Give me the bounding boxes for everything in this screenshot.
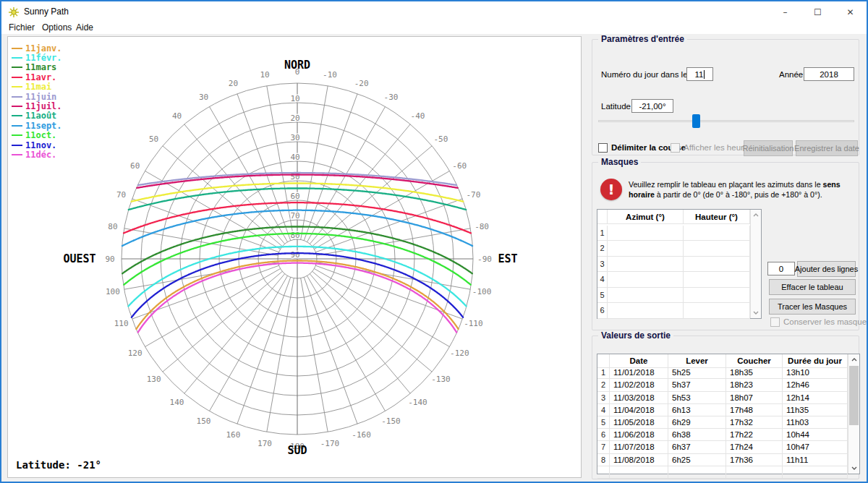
azimuth-tick-label: 140 bbox=[170, 398, 184, 407]
maximize-button[interactable]: ☐ bbox=[801, 1, 834, 22]
table-cell: 6h13 bbox=[668, 404, 726, 416]
masks-table[interactable]: Azimut (°)Hauteur (°)123456 bbox=[597, 209, 762, 319]
legend-label: 11mai bbox=[25, 82, 51, 92]
azimuth-tick-label: -90 bbox=[477, 255, 492, 264]
legend-item: 11nov. bbox=[12, 140, 62, 150]
table-cell: 3 bbox=[597, 392, 610, 404]
menu-bar: Fichier Options Aide bbox=[1, 22, 867, 34]
group-parametres: Paramètres d'entrée Numéro du jour dans … bbox=[592, 39, 859, 155]
table-cell: 5 bbox=[597, 416, 610, 429]
table-cell: 6h29 bbox=[668, 416, 726, 429]
scroll-up-icon[interactable] bbox=[848, 354, 859, 365]
output-table[interactable]: DateLeverCoucherDurée du jour111/01/2018… bbox=[597, 354, 860, 474]
table-cell: 11/07/2018 bbox=[610, 441, 668, 453]
table-cell: 2 bbox=[597, 379, 610, 391]
table-cell: 11h35 bbox=[783, 404, 848, 416]
keep-masks-label: Conserver les masques bbox=[783, 317, 868, 326]
group-parametres-title: Paramètres d'entrée bbox=[598, 34, 687, 44]
menu-fichier[interactable]: Fichier bbox=[9, 22, 35, 33]
legend-swatch bbox=[12, 57, 22, 59]
table-cell: 4 bbox=[597, 404, 610, 416]
table-cell bbox=[684, 303, 750, 319]
title-bar[interactable]: Sunny Path – ☐ ✕ bbox=[1, 1, 867, 22]
azimuth-tick-label: 160 bbox=[226, 430, 240, 440]
table-cell: 17h24 bbox=[726, 441, 783, 453]
warning-text: Veuillez remplir le tableau en plaçant l… bbox=[629, 179, 856, 200]
table-cell: 11/03/2018 bbox=[610, 392, 668, 404]
sun-path-plot[interactable]: -170-160-150-140-130-120-110-100-90-80-7… bbox=[8, 37, 581, 477]
azimuth-tick-label: -160 bbox=[352, 430, 371, 440]
group-sortie-title: Valeurs de sortie bbox=[598, 330, 673, 341]
output-table-scrollbar[interactable] bbox=[848, 354, 859, 474]
legend-label: 11févr. bbox=[25, 53, 62, 63]
azimuth-tick-label: 10 bbox=[260, 70, 269, 80]
scroll-down-icon[interactable] bbox=[848, 463, 859, 474]
year-input[interactable]: 2018 bbox=[804, 67, 854, 81]
latitude-slider-handle[interactable] bbox=[692, 114, 700, 128]
legend-item: 11févr. bbox=[12, 53, 62, 62]
table-cell bbox=[608, 241, 684, 257]
minimize-button[interactable]: – bbox=[769, 1, 801, 22]
table-cell: 17h22 bbox=[726, 429, 783, 441]
azimuth-tick-label: -130 bbox=[431, 375, 451, 384]
reset-button[interactable]: Réinitialisation bbox=[744, 140, 793, 156]
save-date-button[interactable]: Enregistrer la date bbox=[796, 140, 858, 156]
table-cell: 6h25 bbox=[668, 454, 726, 466]
main-content: -170-160-150-140-130-120-110-100-90-80-7… bbox=[1, 34, 867, 482]
table-cell bbox=[684, 226, 750, 241]
table-cell: 11h03 bbox=[783, 416, 848, 429]
compass-west: OUEST bbox=[63, 252, 95, 265]
scroll-down-icon[interactable] bbox=[751, 307, 761, 318]
table-cell bbox=[684, 272, 750, 288]
legend-label: 11janv. bbox=[25, 43, 62, 54]
table-header-cell: Durée du jour bbox=[783, 354, 848, 368]
azimuth-tick-label: -150 bbox=[381, 416, 401, 426]
azimuth-tick-label: -60 bbox=[452, 161, 467, 171]
menu-options[interactable]: Options bbox=[42, 22, 72, 33]
legend-swatch bbox=[12, 86, 22, 87]
menu-aide[interactable]: Aide bbox=[76, 22, 93, 33]
add-rows-count-input[interactable]: 0 bbox=[767, 262, 795, 275]
trace-masks-button[interactable]: Tracer les Masques bbox=[769, 299, 856, 315]
table-header-cell: Hauteur (°) bbox=[684, 210, 750, 224]
azimuth-tick-label: 170 bbox=[258, 439, 272, 448]
elevation-tick-label: 10 bbox=[290, 94, 299, 103]
table-cell: 11/05/2018 bbox=[610, 416, 668, 429]
table-cell: 6h38 bbox=[668, 429, 726, 441]
legend-label: 11juil. bbox=[25, 101, 62, 111]
close-button[interactable]: ✕ bbox=[834, 1, 867, 22]
table-cell: 10h47 bbox=[783, 441, 848, 453]
table-cell bbox=[608, 257, 684, 273]
azimuth-tick-label: -120 bbox=[450, 349, 469, 358]
add-rows-button[interactable]: Ajouter des lignes bbox=[797, 261, 856, 277]
table-cell bbox=[668, 466, 726, 479]
azimuth-tick-label: 40 bbox=[172, 111, 182, 121]
elevation-tick-label: 20 bbox=[290, 114, 299, 123]
sun-path-chart-panel[interactable]: -170-160-150-140-130-120-110-100-90-80-7… bbox=[7, 36, 582, 478]
latitude-input[interactable]: -21,00° bbox=[631, 99, 673, 113]
legend-label: 11nov. bbox=[25, 140, 56, 150]
table-cell bbox=[726, 466, 783, 479]
table-cell: 1 bbox=[597, 367, 610, 379]
masks-table-scrollbar[interactable] bbox=[750, 210, 761, 318]
clear-table-button[interactable]: Effacer le tableau bbox=[769, 279, 856, 295]
delimit-course-checkbox[interactable] bbox=[598, 143, 608, 153]
latitude-slider-track[interactable] bbox=[598, 120, 854, 122]
legend-item: 11mars bbox=[12, 63, 62, 72]
scroll-up-icon[interactable] bbox=[751, 210, 761, 221]
azimuth-tick-label: -140 bbox=[408, 398, 427, 407]
legend-label: 11avr. bbox=[25, 72, 56, 82]
compass-east: EST bbox=[498, 252, 517, 265]
scrollbar-thumb[interactable] bbox=[849, 366, 859, 425]
day-input[interactable]: 11 bbox=[686, 67, 713, 81]
show-hours-checkbox[interactable] bbox=[671, 143, 680, 153]
elevation-tick-label: 70 bbox=[290, 211, 299, 221]
elevation-tick-label: 40 bbox=[290, 153, 299, 162]
azimuth-tick-label: -70 bbox=[466, 190, 480, 200]
azimuth-tick-label: 60 bbox=[130, 161, 140, 171]
legend-swatch bbox=[12, 67, 22, 68]
elevation-tick-label: 60 bbox=[290, 192, 299, 201]
table-cell bbox=[684, 257, 750, 273]
table-cell bbox=[608, 272, 684, 288]
keep-masks-checkbox[interactable] bbox=[770, 317, 780, 327]
